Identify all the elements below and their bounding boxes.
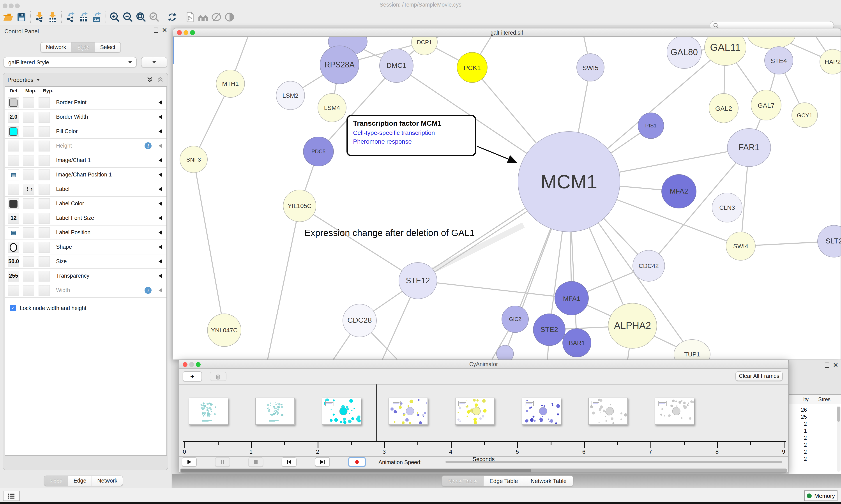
network-node-ste12[interactable]: STE12 (399, 262, 437, 299)
default-cell[interactable] (8, 141, 19, 151)
network-node-lsm2[interactable]: LSM2 (276, 81, 305, 110)
bypass-cell[interactable] (38, 155, 50, 166)
cyanimator-scrollbar[interactable] (180, 469, 787, 472)
network-node-alpha2[interactable]: ALPHA2 (608, 303, 657, 348)
network-node-mfa2[interactable]: MFA2 (661, 174, 696, 209)
table-column-degree[interactable]: ity (789, 396, 809, 402)
network-node-swi5[interactable]: SWI5 (576, 53, 605, 82)
mapping-cell[interactable] (23, 97, 34, 108)
export-table-icon[interactable] (77, 11, 90, 24)
save-session-icon[interactable] (15, 11, 28, 24)
collapse-row-icon[interactable] (159, 259, 162, 264)
tab-network[interactable]: Network (41, 42, 72, 52)
collapse-row-icon[interactable] (159, 187, 162, 191)
network-node-swi4[interactable]: SWI4 (726, 232, 756, 260)
bypass-cell[interactable] (38, 97, 50, 108)
table-cell[interactable]: 2 (789, 435, 807, 441)
property-row-image-chart-1[interactable]: Image/Chart 1 (5, 153, 166, 168)
close-panel-icon[interactable]: ✕ (162, 28, 167, 33)
collapse-row-icon[interactable] (159, 173, 162, 177)
property-row-border-paint[interactable]: Border Paint (5, 95, 166, 110)
bypass-cell[interactable] (38, 112, 50, 123)
network-node-dmc1[interactable]: DMC1 (379, 49, 413, 83)
mapping-cell[interactable] (23, 155, 34, 166)
delete-frame-button[interactable] (210, 372, 227, 381)
checkbox-checked-icon[interactable]: ✓ (10, 305, 16, 311)
tab-network-table[interactable]: Network Table (524, 476, 573, 486)
network-node-bar1[interactable]: BAR1 (562, 328, 591, 357)
tab-network[interactable]: Network (92, 476, 123, 486)
bypass-cell[interactable] (38, 256, 50, 267)
skip-end-button[interactable] (315, 457, 330, 467)
stop-button[interactable] (248, 457, 263, 467)
collapse-row-icon[interactable] (159, 288, 162, 292)
mapping-cell[interactable] (23, 256, 34, 267)
network-node-cdc42[interactable]: CDC42 (632, 250, 665, 282)
export-image-icon[interactable] (90, 11, 103, 24)
mapping-cell[interactable] (23, 213, 34, 224)
table-header[interactable]: ity Stres (789, 395, 841, 404)
network-node-pck1[interactable]: PCK1 (457, 52, 487, 83)
network-node-far1[interactable]: FAR1 (727, 128, 771, 167)
mapping-cell[interactable] (23, 112, 34, 123)
style-options-button[interactable] (141, 57, 167, 68)
style-selector[interactable]: galFiltered Style (3, 57, 137, 68)
frame-thumbnail-0[interactable] (189, 398, 228, 425)
zoom-out-icon[interactable] (121, 11, 135, 24)
network-node-gic2[interactable]: GIC2 (502, 306, 529, 333)
default-cell[interactable] (8, 285, 19, 296)
bypass-cell[interactable] (38, 227, 50, 238)
default-cell[interactable]: 50.0 (8, 256, 19, 267)
property-row-shape[interactable]: Shape (5, 240, 166, 254)
collapse-row-icon[interactable] (159, 245, 162, 249)
tab-node-table[interactable]: Node Table (442, 476, 483, 486)
info-icon[interactable]: i (145, 287, 151, 294)
network-node-mfa1[interactable]: MFA1 (555, 281, 589, 315)
cyanimator-titlebar[interactable]: CyAnimator (179, 360, 788, 369)
network-node-pis1[interactable]: PIS1 (638, 112, 664, 139)
collapse-row-icon[interactable] (159, 230, 162, 235)
info-icon[interactable]: i (145, 142, 151, 149)
show-panel-icon[interactable] (223, 11, 236, 24)
default-cell[interactable] (8, 126, 19, 137)
record-button[interactable] (348, 457, 366, 467)
zoom-fit-icon[interactable] (135, 11, 148, 24)
task-history-button[interactable] (3, 491, 20, 501)
property-row-label-font-size[interactable]: 12Label Font Size (5, 211, 166, 226)
network-node-lsm4[interactable]: LSM4 (318, 93, 346, 122)
network-node-cdc28[interactable]: CDC28 (342, 304, 377, 337)
property-row-label[interactable]: ⋮›Label (5, 182, 166, 197)
collapse-row-icon[interactable] (159, 216, 162, 220)
column-divider[interactable] (810, 396, 810, 403)
network-node-yil105c[interactable]: YIL105C (283, 190, 316, 222)
bypass-cell[interactable] (38, 198, 50, 209)
network-node-gal7[interactable]: GAL7 (751, 90, 782, 121)
bypass-cell[interactable] (38, 213, 50, 224)
default-cell[interactable] (8, 184, 19, 195)
tab-edge-table[interactable]: Edge Table (483, 476, 524, 486)
bypass-cell[interactable] (38, 141, 50, 151)
default-cell[interactable] (8, 227, 19, 238)
table-cell[interactable]: 2 (789, 421, 807, 427)
bypass-cell[interactable] (38, 285, 50, 296)
default-cell[interactable]: 255 (8, 271, 19, 282)
default-cell[interactable] (8, 169, 19, 180)
properties-header[interactable]: Properties (3, 73, 168, 86)
zoom-selected-icon[interactable] (148, 11, 161, 24)
first-neighbors-icon[interactable] (197, 11, 210, 24)
annotation-link[interactable]: Pheromone response (353, 138, 469, 145)
frame-thumbnail-1[interactable] (255, 398, 295, 425)
collapse-row-icon[interactable] (159, 144, 162, 148)
frame-thumbnail-6[interactable] (588, 398, 628, 425)
frames-timeline[interactable]: 0123456789 Seconds (179, 384, 788, 457)
close-panel-icon[interactable]: ✕ (833, 363, 838, 368)
export-network-icon[interactable] (64, 11, 77, 24)
add-frame-button[interactable]: + (183, 371, 202, 381)
annotation-link[interactable]: Cell-type-specific transcription (353, 129, 469, 136)
collapse-row-icon[interactable] (159, 158, 162, 162)
open-session-icon[interactable] (2, 11, 15, 24)
table-cell[interactable]: 1 (789, 428, 807, 434)
network-node-gal2[interactable]: GAL2 (709, 93, 738, 123)
default-cell[interactable] (8, 242, 19, 253)
property-row-fill-color[interactable]: Fill Color (5, 124, 166, 139)
